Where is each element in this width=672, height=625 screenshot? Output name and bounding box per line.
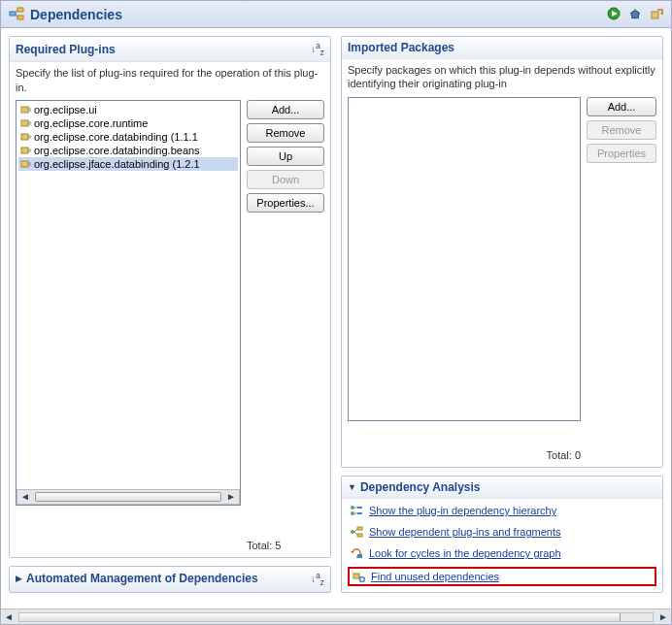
- analysis-link-row: Look for cycles in the dependency graph: [348, 545, 656, 561]
- fragments-icon: [350, 525, 363, 539]
- required-plugins-section: Required Plug-ins ↓az Specify the list o…: [9, 36, 331, 558]
- scroll-thumb[interactable]: [19, 613, 621, 621]
- dependencies-icon: [9, 6, 24, 23]
- cycles-link[interactable]: Look for cycles in the dependency graph: [369, 547, 561, 559]
- svg-rect-13: [652, 12, 658, 18]
- svg-rect-1: [17, 8, 23, 12]
- add-button[interactable]: Add...: [247, 100, 324, 119]
- analysis-link-row-highlighted: Find unused dependencies: [348, 567, 656, 586]
- remove-button[interactable]: Remove: [247, 123, 324, 143]
- plugin-icon: [20, 105, 32, 115]
- automated-title: Automated Management of Dependencies: [26, 572, 311, 585]
- list-item[interactable]: org.eclipse.core.runtime: [18, 116, 238, 130]
- svg-rect-0: [10, 12, 16, 16]
- scroll-left-icon[interactable]: ◄: [17, 491, 33, 502]
- imported-packages-list[interactable]: [348, 97, 581, 421]
- list-item[interactable]: org.eclipse.jface.databinding (1.2.1: [18, 157, 238, 171]
- unused-icon: [352, 570, 365, 583]
- svg-rect-17: [21, 134, 28, 140]
- imported-packages-desc: Specify packages on which this plug-in d…: [348, 63, 656, 91]
- scroll-right-icon[interactable]: ►: [655, 611, 671, 622]
- analysis-header[interactable]: ▼ Dependency Analysis: [342, 477, 662, 499]
- imported-total: Total: 0: [348, 449, 581, 461]
- svg-marker-31: [351, 551, 354, 553]
- down-button[interactable]: Down: [247, 170, 324, 189]
- svg-rect-28: [357, 534, 362, 537]
- plugin-icon: [20, 132, 32, 142]
- plugin-label: org.eclipse.core.databinding.beans: [34, 145, 200, 156]
- properties-button[interactable]: Properties: [587, 144, 656, 163]
- remove-button[interactable]: Remove: [587, 120, 656, 140]
- automated-section: ▶ Automated Management of Dependencies ↓…: [9, 566, 331, 593]
- imported-packages-header[interactable]: Imported Packages: [342, 37, 662, 59]
- list-item[interactable]: org.eclipse.ui: [18, 103, 238, 116]
- svg-rect-27: [357, 527, 362, 530]
- page-title-bar: Dependencies: [1, 1, 671, 28]
- debug-icon[interactable]: [628, 7, 642, 22]
- svg-rect-15: [21, 107, 28, 113]
- properties-button[interactable]: Properties...: [247, 193, 324, 213]
- svg-point-20: [351, 506, 354, 510]
- twisty-open-icon: ▼: [348, 482, 356, 492]
- imported-packages-title: Imported Packages: [348, 41, 656, 54]
- plugin-label: org.eclipse.ui: [34, 104, 97, 115]
- page-hscrollbar[interactable]: ◄ ►: [1, 609, 671, 624]
- required-plugins-list[interactable]: org.eclipse.ui org.eclipse.core.runtime …: [16, 100, 241, 506]
- page-title: Dependencies: [30, 7, 607, 22]
- scroll-thumb[interactable]: [35, 492, 221, 502]
- analysis-section: ▼ Dependency Analysis Show the plug-in d…: [341, 476, 663, 593]
- scroll-left-icon[interactable]: ◄: [1, 611, 17, 622]
- required-plugins-desc: Specify the list of plug-ins required fo…: [16, 66, 324, 94]
- automated-header[interactable]: ▶ Automated Management of Dependencies ↓…: [10, 567, 330, 592]
- svg-point-34: [360, 577, 365, 582]
- plugin-icon: [20, 159, 32, 169]
- svg-rect-16: [21, 120, 28, 126]
- hierarchy-icon: [350, 504, 363, 517]
- up-button[interactable]: Up: [247, 147, 324, 166]
- imported-packages-section: Imported Packages Specify packages on wh…: [341, 36, 663, 468]
- export-icon[interactable]: [650, 7, 663, 22]
- analysis-link-row: Show the plug-in dependency hierarchy: [348, 503, 656, 518]
- svg-rect-2: [17, 16, 23, 19]
- analysis-title: Dependency Analysis: [360, 480, 656, 494]
- run-icon[interactable]: [607, 7, 621, 22]
- plugin-icon: [20, 118, 32, 128]
- sort-icon[interactable]: ↓az: [311, 41, 324, 57]
- unused-link[interactable]: Find unused dependencies: [371, 571, 499, 582]
- required-plugins-title: Required Plug-ins: [16, 43, 311, 56]
- plugin-icon: [20, 146, 32, 155]
- plugin-label: org.eclipse.core.databinding (1.1.1: [34, 131, 198, 143]
- cycles-icon: [350, 546, 363, 560]
- required-total: Total: 5: [247, 540, 324, 551]
- add-button[interactable]: Add...: [587, 97, 656, 116]
- plugin-label: org.eclipse.jface.databinding (1.2.1: [34, 158, 200, 170]
- list-item[interactable]: org.eclipse.core.databinding (1.1.1: [18, 130, 238, 144]
- svg-point-7: [631, 11, 639, 18]
- svg-rect-22: [357, 507, 362, 509]
- scroll-right-icon[interactable]: ►: [223, 491, 239, 502]
- required-plugins-header[interactable]: Required Plug-ins ↓az: [10, 37, 330, 62]
- sort-icon[interactable]: ↓az: [311, 571, 324, 587]
- svg-rect-18: [21, 148, 28, 153]
- twisty-closed-icon: ▶: [16, 574, 22, 583]
- hierarchy-link[interactable]: Show the plug-in dependency hierarchy: [369, 505, 556, 516]
- svg-rect-23: [357, 512, 362, 514]
- svg-point-26: [351, 530, 354, 534]
- list-hscrollbar[interactable]: ◄ ►: [17, 489, 240, 505]
- plugin-label: org.eclipse.core.runtime: [34, 117, 148, 129]
- fragments-link[interactable]: Show dependent plug-ins and fragments: [369, 526, 561, 538]
- svg-rect-19: [21, 161, 28, 167]
- list-item[interactable]: org.eclipse.core.databinding.beans: [18, 144, 238, 157]
- analysis-link-row: Show dependent plug-ins and fragments: [348, 524, 656, 540]
- svg-point-21: [351, 511, 354, 515]
- svg-rect-32: [357, 554, 362, 558]
